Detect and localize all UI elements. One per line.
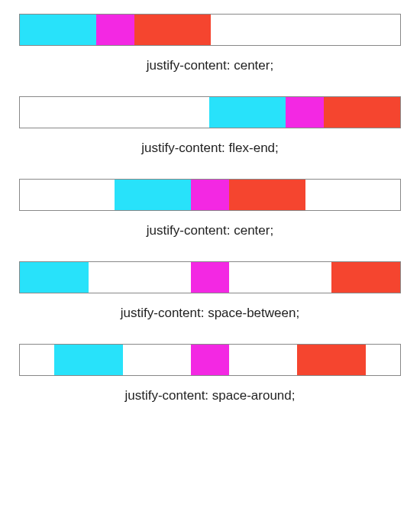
caption: justify-content: center; xyxy=(147,58,273,73)
example-space-around: justify-content: space-around; xyxy=(19,344,401,403)
example-center: justify-content: center; xyxy=(19,179,401,238)
flex-item-cyan xyxy=(20,262,89,293)
flex-item-cyan xyxy=(115,180,191,210)
flex-item-red xyxy=(331,262,400,293)
flex-item-cyan xyxy=(54,345,123,375)
flex-item-red xyxy=(134,15,211,45)
caption: justify-content: space-around; xyxy=(124,388,295,403)
example-space-between: justify-content: space-between; xyxy=(19,261,401,321)
flex-container xyxy=(19,179,401,211)
example-flex-end: justify-content: flex-end; xyxy=(19,96,401,156)
flex-item-magenta xyxy=(286,97,324,128)
flex-item-red xyxy=(324,97,400,128)
justify-content-diagram: justify-content: center;justify-content:… xyxy=(19,14,401,426)
example-flex-start: justify-content: center; xyxy=(19,14,401,73)
flex-item-magenta xyxy=(191,262,229,293)
flex-container xyxy=(19,96,401,128)
flex-item-cyan xyxy=(20,15,96,45)
flex-item-red xyxy=(229,180,305,210)
caption: justify-content: space-between; xyxy=(121,306,299,321)
caption: justify-content: center; xyxy=(147,223,273,238)
caption: justify-content: flex-end; xyxy=(141,141,279,156)
flex-item-red xyxy=(297,345,366,375)
flex-item-magenta xyxy=(191,180,229,210)
flex-item-cyan xyxy=(209,97,286,128)
flex-container xyxy=(19,14,401,46)
flex-container xyxy=(19,344,401,376)
flex-item-magenta xyxy=(96,15,134,45)
flex-item-magenta xyxy=(191,345,229,375)
flex-container xyxy=(19,261,401,293)
